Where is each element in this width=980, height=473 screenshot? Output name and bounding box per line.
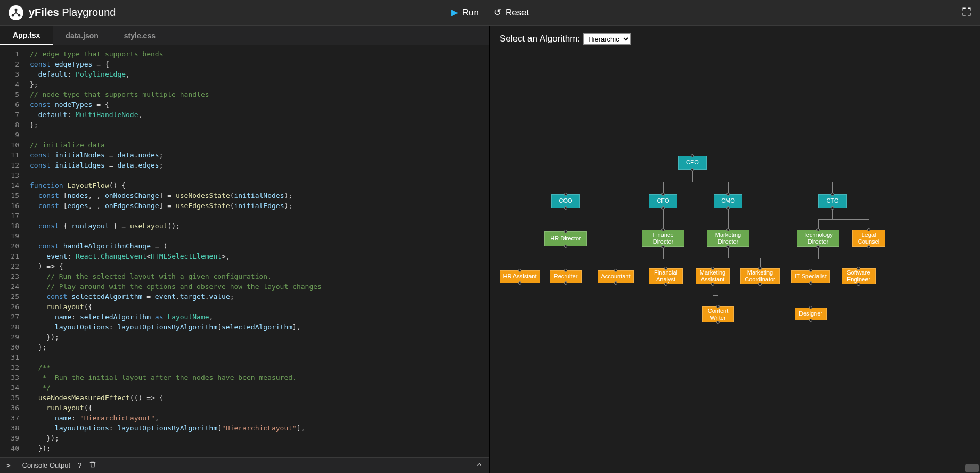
node-port-bottom[interactable] [662,245,665,248]
algorithm-label: Select an Algorithm: [500,34,580,44]
graph-node[interactable]: Financial Analyst [649,268,683,284]
node-port-bottom[interactable] [716,321,720,324]
reset-button[interactable]: ↺ Reset [494,7,529,18]
node-port-top[interactable] [816,228,820,231]
node-port-top[interactable] [711,267,714,270]
graph-edge-segment [811,283,811,295]
graph-node[interactable]: Finance Director [642,230,684,247]
code-editor[interactable]: 1234567891011121314151617181920212223242… [0,46,489,457]
node-port-top[interactable] [662,228,665,231]
node-port-bottom[interactable] [726,245,730,248]
graph-edge-segment [566,208,566,220]
node-port-bottom[interactable] [664,283,667,286]
console-label: Console Output [22,461,70,469]
graph-edge-segment [832,219,869,220]
node-port-top[interactable] [614,269,617,272]
node-port-bottom[interactable] [691,168,694,171]
node-port-bottom[interactable] [816,245,820,248]
node-port-top[interactable] [809,269,812,272]
node-port-bottom[interactable] [564,206,567,210]
graph-edge-segment [811,259,818,259]
node-port-top[interactable] [664,267,667,270]
trash-icon[interactable] [89,461,96,470]
console-prompt-icon: >_ [6,461,15,469]
header-actions: ▶ Run ↺ Reset [451,7,529,18]
graph-canvas[interactable]: CEOCOOCFOCMOCTOHR DirectorFinance Direct… [490,52,980,473]
node-port-bottom[interactable] [758,283,762,286]
graph-node[interactable]: Legal Counsel [852,230,885,247]
graph-edge-segment [616,259,663,259]
graph-node[interactable]: Marketing Director [707,230,749,247]
node-port-top[interactable] [518,269,521,272]
graph-edge-segment [728,258,760,258]
node-port-bottom[interactable] [711,283,714,286]
node-port-top[interactable] [564,230,567,233]
graph-edge-segment [713,258,728,258]
graph-edge-segment [520,259,566,259]
run-button[interactable]: ▶ Run [451,7,479,18]
algorithm-select[interactable]: Hierarchic [583,33,631,45]
console-bar[interactable]: >_ Console Output ? [0,457,489,473]
algorithm-bar: Select an Algorithm: Hierarchic [490,26,980,52]
graph-node[interactable]: Marketing Coordinator [740,268,780,284]
graph-edge-segment [713,284,713,295]
chevron-up-icon[interactable] [476,461,483,470]
node-port-top[interactable] [662,193,665,196]
fullscreen-icon[interactable] [962,9,971,18]
line-gutter: 1234567891011121314151617181920212223242… [0,46,26,457]
brand-text: yFiles Playground [29,6,116,19]
node-port-top[interactable] [564,269,567,272]
graph-edge-segment [566,246,566,259]
node-port-top[interactable] [857,267,860,270]
graph-node[interactable]: Technology Director [797,230,839,247]
node-port-bottom[interactable] [809,281,812,285]
help-icon[interactable]: ? [78,461,81,469]
file-tab[interactable]: style.css [111,26,168,45]
graph-edge-segment [663,247,664,258]
horizontal-scrollbar-thumb[interactable] [965,464,979,472]
svg-point-0 [15,8,18,11]
graph-edge-segment [832,208,833,219]
main-split: App.tsxdata.jsonstyle.css 12345678910111… [0,26,980,473]
code-area[interactable]: // edge type that supports bendsconst ed… [26,46,489,457]
node-port-top[interactable] [716,305,720,308]
node-port-top[interactable] [867,228,870,231]
graph-edge-segment [728,247,729,258]
node-port-top[interactable] [809,306,812,309]
node-port-top[interactable] [691,154,694,157]
node-port-top[interactable] [726,228,730,231]
graph-node[interactable]: Software Engineer [842,268,876,284]
header-right [962,7,971,19]
graph-edge-segment [818,258,859,258]
graph-node[interactable]: HR Director [544,231,587,246]
reset-icon: ↺ [494,7,501,18]
file-tab[interactable]: data.json [53,26,111,45]
preview-pane: Select an Algorithm: Hierarchic CEOCOOCF… [490,26,980,473]
node-port-top[interactable] [758,267,762,270]
node-port-top[interactable] [564,193,567,196]
node-port-bottom[interactable] [726,206,730,210]
node-port-bottom[interactable] [662,206,665,210]
node-port-bottom[interactable] [564,281,567,285]
editor-pane: App.tsxdata.jsonstyle.css 12345678910111… [0,26,490,473]
play-icon: ▶ [451,7,458,18]
node-port-bottom[interactable] [809,319,812,322]
graph-edge-segment [818,247,819,258]
graph-node[interactable]: Content Writer [702,306,734,322]
graph-edge-segment [818,219,832,220]
node-port-bottom[interactable] [831,206,834,210]
file-tab[interactable]: App.tsx [0,26,53,45]
node-port-top[interactable] [831,193,834,196]
graph-edge-segment [663,182,692,182]
graph-edge-segment [692,182,832,182]
node-port-top[interactable] [726,193,730,196]
node-port-bottom[interactable] [614,281,617,285]
node-port-bottom[interactable] [564,245,567,248]
node-port-bottom[interactable] [857,283,860,286]
graph-edge-segment [663,208,664,219]
node-port-bottom[interactable] [518,281,521,285]
graph-edge-segment [713,295,718,296]
graph-node[interactable]: Marketing Assistant [696,268,730,284]
node-port-bottom[interactable] [867,245,870,248]
yfiles-logo-icon [9,5,23,20]
